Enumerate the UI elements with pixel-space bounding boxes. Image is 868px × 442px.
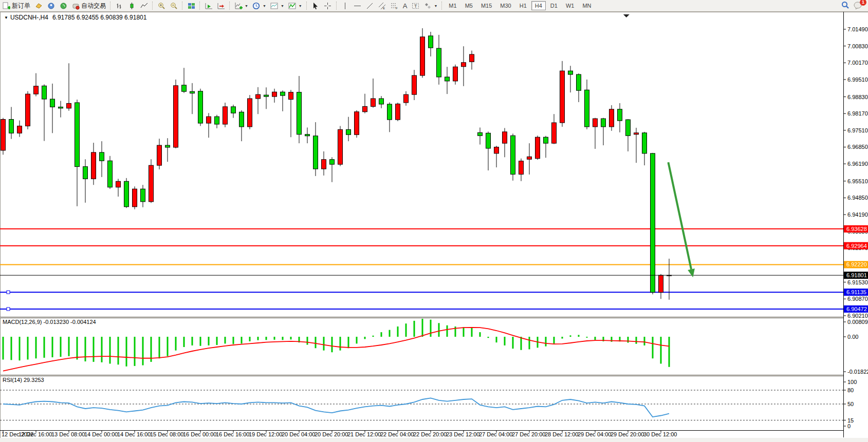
candlestick-icon xyxy=(127,2,136,10)
vertical-line-tool-button[interactable] xyxy=(339,1,352,11)
autoscroll-button[interactable] xyxy=(202,1,215,11)
main-toolbar: 新订单 自动交易 xyxy=(0,0,868,12)
metaeditor-icon xyxy=(34,2,43,10)
macd-histogram-bar xyxy=(644,337,645,345)
candle-body xyxy=(470,54,474,62)
candle-body xyxy=(289,92,293,100)
zoom-in-button[interactable] xyxy=(155,1,168,11)
macd-histogram-bar xyxy=(282,337,284,340)
search-button[interactable] xyxy=(841,1,849,11)
timeframe-mn-button[interactable]: MN xyxy=(579,1,595,10)
candle-body xyxy=(157,145,162,165)
autoscroll-icon xyxy=(205,2,213,10)
text-tool-button[interactable]: A xyxy=(401,1,410,11)
date-axis-label: 14 Dec 16:00 xyxy=(117,431,151,437)
price-badge: 6.90472 xyxy=(844,305,868,313)
bar-chart-mode-button[interactable] xyxy=(113,1,125,11)
macd-histogram-bar xyxy=(93,337,95,362)
line-chart-mode-button[interactable] xyxy=(138,1,150,11)
macd-histogram-bar xyxy=(463,327,465,337)
line-handle[interactable] xyxy=(7,291,10,294)
candle-body xyxy=(149,165,154,202)
date-axis-label: 30 Dec 12:00 xyxy=(643,431,677,437)
ohlc-values: 6.91785 6.92455 6.90839 6.91801 xyxy=(52,14,147,21)
macd-signal-value: -0.004124 xyxy=(70,319,96,325)
chat-button[interactable]: 1 xyxy=(854,1,863,11)
svg-text:F: F xyxy=(396,7,398,10)
macd-histogram-bar xyxy=(241,337,243,343)
arrows-tool-button[interactable]: ▼ xyxy=(421,1,439,11)
channel-tool-button[interactable]: E xyxy=(376,1,389,11)
timeframe-d1-button[interactable]: D1 xyxy=(547,1,561,10)
line-handle[interactable] xyxy=(7,308,10,311)
macd-histogram-bar xyxy=(471,328,473,337)
macd-histogram-bar xyxy=(27,337,29,359)
date-axis-label: 22 Dec 04:00 xyxy=(380,431,414,437)
chart-canvas[interactable]: 7.014907.008307.001706.995106.988306.981… xyxy=(0,0,868,442)
cursor-tool-button[interactable] xyxy=(309,1,322,11)
candle-body xyxy=(322,160,326,169)
horizontal-line-tool-button[interactable] xyxy=(352,1,364,11)
timeframe-m5-button[interactable]: M5 xyxy=(461,1,476,10)
candle-body xyxy=(346,129,351,134)
candle-body xyxy=(239,112,244,127)
macd-histogram-bar xyxy=(52,337,53,357)
timeframe-m30-button[interactable]: M30 xyxy=(496,1,514,10)
signals-button[interactable] xyxy=(57,1,69,11)
candle-body xyxy=(387,104,392,120)
timeframe-m1-button[interactable]: M1 xyxy=(445,1,460,10)
zoom-out-button[interactable] xyxy=(168,1,180,11)
chart-shift-icon xyxy=(217,2,225,10)
candle-body xyxy=(272,92,277,97)
candle-body xyxy=(108,161,113,187)
fibonacci-tool-button[interactable]: F xyxy=(389,1,401,11)
tile-windows-button[interactable] xyxy=(185,1,197,11)
text-label-tool-button[interactable]: T xyxy=(409,1,421,11)
candle-body xyxy=(610,109,614,127)
indicators-button[interactable]: ▼ xyxy=(286,1,304,11)
line-chart-icon xyxy=(140,2,148,10)
candle-body xyxy=(404,94,409,103)
price-badge: 6.92220 xyxy=(844,261,868,268)
new-order-icon xyxy=(2,2,10,10)
macd-histogram-bar xyxy=(200,337,201,346)
macd-histogram-bar xyxy=(512,337,514,349)
timeframe-h4-button[interactable]: H4 xyxy=(531,1,546,10)
candle-body xyxy=(207,117,211,123)
chart-shift-button[interactable] xyxy=(215,1,227,11)
timeframe-h1-button[interactable]: H1 xyxy=(516,1,530,10)
macd-histogram-bar xyxy=(118,337,119,364)
timeframe-w1-button[interactable]: W1 xyxy=(562,1,578,10)
macd-histogram-bar xyxy=(85,337,86,361)
candle-body xyxy=(486,133,491,148)
candle-body xyxy=(305,134,310,136)
templates-button[interactable]: ▼ xyxy=(268,1,286,11)
toolbar-separator xyxy=(306,2,307,10)
macd-histogram-bar xyxy=(669,337,670,367)
chevron-down-icon: ▼ xyxy=(263,4,266,8)
svg-text:6.91135: 6.91135 xyxy=(846,289,866,295)
chart-menu-triangle-icon[interactable]: ▼ xyxy=(4,15,8,20)
timeframe-m15-button[interactable]: M15 xyxy=(477,1,495,10)
metaeditor-button[interactable] xyxy=(32,1,45,11)
macd-histogram-bar xyxy=(44,337,45,358)
macd-histogram-bar xyxy=(570,335,571,337)
autotrading-button[interactable]: 自动交易 xyxy=(69,1,108,11)
market-button[interactable] xyxy=(45,1,57,11)
periods-button[interactable]: ▼ xyxy=(250,1,268,11)
candle-body xyxy=(165,145,170,147)
macd-histogram-bar xyxy=(496,337,497,342)
candlestick-mode-button[interactable] xyxy=(125,1,138,11)
price-axis-label: 6.94190 xyxy=(847,212,868,218)
new-chart-button[interactable]: ▼ xyxy=(232,1,250,11)
trendline-tool-button[interactable] xyxy=(364,1,376,11)
crosshair-tool-button[interactable] xyxy=(322,1,334,11)
new-order-button[interactable]: 新订单 xyxy=(0,1,32,11)
chevron-down-icon: ▼ xyxy=(299,4,302,8)
macd-histogram-bar xyxy=(627,337,629,343)
macd-histogram-bar xyxy=(488,337,489,338)
svg-text:6.92964: 6.92964 xyxy=(846,243,867,249)
candle-body xyxy=(618,109,622,121)
notification-badge: 1 xyxy=(860,0,866,6)
candle-body xyxy=(1,120,6,150)
